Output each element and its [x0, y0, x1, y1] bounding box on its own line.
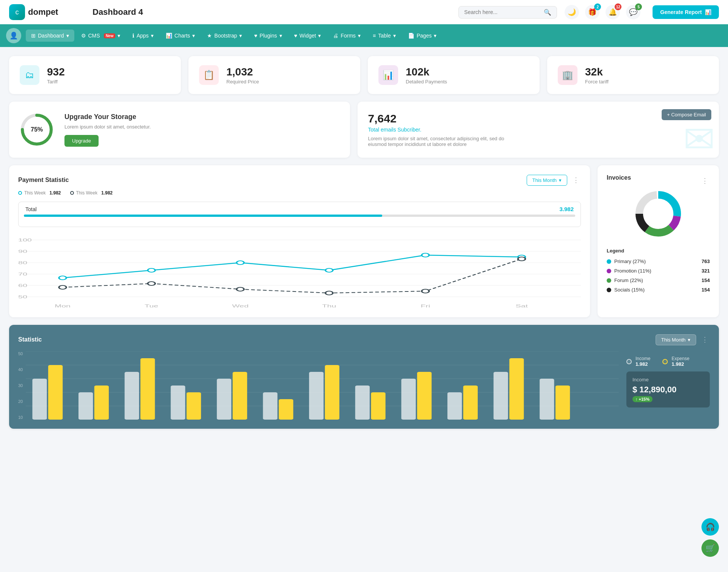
legend-item-0: This Week 1.982 [18, 190, 61, 196]
chevron-down-icon-cms: ▾ [118, 33, 120, 39]
moon-btn[interactable]: 🌙 [565, 5, 579, 19]
svg-point-31 [518, 257, 526, 261]
stat-chart-menu[interactable]: ⋮ [700, 334, 710, 345]
chart-icon: 📊 [705, 9, 711, 15]
payment-chart-card: Payment Statistic This Month ▾ ⋮ This We… [9, 165, 590, 317]
forms-icon: 🖨 [333, 33, 338, 39]
payment-chart-menu[interactable]: ⋮ [571, 174, 581, 186]
nav-item-table[interactable]: ≡ Table ▾ [367, 30, 401, 42]
svg-text:Fri: Fri [420, 304, 430, 308]
bell-badge: 12 [615, 3, 621, 10]
nav-item-bootstrap[interactable]: ★ Bootstrap ▾ [202, 30, 247, 42]
generate-report-button[interactable]: Generate Report 📊 [653, 5, 719, 19]
nav-label-cms: CMS [88, 33, 100, 39]
header: c dompet Dashboard 4 🔍 🌙 🎁 2 🔔 12 💬 5 Ge… [0, 0, 728, 24]
primary-dot [607, 259, 611, 264]
svg-point-20 [59, 276, 66, 280]
force-tariff-icon: 🏢 [558, 65, 577, 85]
storage-card: 75% Upgrade Your Storage Lorem ipsum dol… [9, 102, 350, 158]
storage-percentage: 75% [31, 126, 43, 133]
nav-item-widget[interactable]: ♥ Widget ▾ [289, 30, 326, 42]
promotion-count: 321 [701, 268, 710, 274]
nav-label-apps: Apps [136, 33, 149, 39]
inv-leg-promotion: Promotion (11%) 321 [607, 266, 710, 276]
socials-count: 154 [701, 287, 710, 293]
svg-text:Mon: Mon [55, 304, 71, 308]
detailed-payments-label: Detailed Payments [406, 79, 447, 85]
nav-item-plugins[interactable]: ♥ Plugins ▾ [249, 30, 287, 42]
svg-text:Tue: Tue [144, 304, 158, 308]
charts-row: Payment Statistic This Month ▾ ⋮ This We… [9, 165, 719, 317]
nav-item-apps[interactable]: ℹ Apps ▾ [127, 30, 159, 42]
inv-leg-left-promotion: Promotion (11%) [607, 268, 651, 274]
nav-item-dashboard[interactable]: ⊞ Dashboard ▾ [26, 30, 74, 42]
svg-point-27 [148, 282, 155, 285]
moon-icon: 🌙 [568, 8, 576, 16]
invoices-header: Invoices ⋮ [607, 174, 710, 187]
expense-legend-info: Expense 1.982 [672, 356, 689, 367]
svg-text:Thu: Thu [322, 304, 336, 308]
stat-card-force-tariff: 🏢 32k Force tariff [547, 56, 719, 94]
logo-text: dompet [28, 7, 58, 17]
plugins-icon: ♥ [254, 33, 257, 39]
nav-label-charts: Charts [174, 33, 190, 39]
svg-rect-55 [325, 365, 339, 420]
gift-btn[interactable]: 🎁 2 [585, 5, 599, 19]
svg-rect-51 [233, 372, 247, 420]
nav-item-pages[interactable]: 📄 Pages ▾ [403, 30, 442, 42]
legend-dot-dark [70, 191, 74, 195]
svg-text:Sat: Sat [516, 304, 528, 308]
svg-rect-44 [78, 392, 93, 420]
forum-dot [607, 278, 611, 283]
stat-legend-row: Income 1.982 Expense 1.982 [626, 356, 710, 367]
svg-rect-61 [463, 386, 478, 420]
invoices-menu[interactable]: ⋮ [700, 175, 710, 186]
nav-item-charts[interactable]: 📊 Charts ▾ [160, 30, 200, 42]
bell-btn[interactable]: 🔔 12 [606, 5, 620, 19]
force-tariff-value: 32k [585, 66, 609, 78]
detailed-payments-info: 102k Detailed Payments [406, 66, 447, 85]
forum-count: 154 [701, 277, 710, 283]
storage-title: Upgrade Your Storage [64, 113, 151, 121]
income-legend-value: 1.982 [635, 361, 650, 367]
storage-info: Upgrade Your Storage Lorem ipsum dolor s… [64, 113, 151, 147]
svg-text:50: 50 [18, 295, 27, 299]
svg-point-21 [148, 268, 155, 272]
nav-label-plugins: Plugins [260, 33, 277, 39]
svg-rect-45 [94, 386, 109, 420]
statistic-title: Statistic [18, 336, 656, 343]
nav-items: ⊞ Dashboard ▾ ⚙ CMS New ▾ ℹ Apps ▾ 📊 Cha… [26, 30, 442, 42]
svg-text:Wed: Wed [232, 304, 249, 308]
svg-rect-65 [555, 386, 570, 420]
nav-label-dashboard: Dashboard [38, 33, 64, 39]
svg-rect-47 [141, 358, 155, 420]
invoice-legend: Legend Primary (27%) 763 Promotion (11%)… [607, 248, 710, 295]
chat-btn[interactable]: 💬 5 [626, 5, 640, 19]
legend-title: Legend [607, 248, 710, 254]
chevron-down-icon-stat: ▾ [688, 337, 690, 343]
nav-item-cms[interactable]: ⚙ CMS New ▾ [76, 30, 126, 42]
svg-rect-50 [217, 379, 231, 420]
income-change: ↑ +15% [632, 396, 704, 402]
stat-month-button[interactable]: This Month ▾ [656, 334, 696, 345]
chevron-down-icon-table: ▾ [393, 33, 396, 39]
search-icon[interactable]: 🔍 [544, 9, 551, 16]
bar-chart-container: 5040302010 [18, 351, 619, 420]
search-input[interactable] [464, 9, 541, 15]
upgrade-button[interactable]: Upgrade [64, 135, 99, 147]
required-price-value: 1,032 [226, 66, 259, 78]
inv-leg-left-forum: Forum (22%) [607, 277, 643, 283]
nav-item-forms[interactable]: 🖨 Forms ▾ [328, 30, 366, 42]
this-month-button[interactable]: This Month ▾ [527, 175, 567, 186]
logo: c dompet [9, 4, 77, 20]
income-box: Income $ 12,890,00 ↑ +15% [626, 371, 710, 407]
svg-rect-52 [263, 392, 278, 420]
svg-rect-58 [402, 379, 416, 420]
income-legend-dot [626, 359, 632, 364]
svg-point-28 [237, 287, 244, 291]
income-legend-info: Income 1.982 [635, 356, 650, 367]
chevron-down-icon-pages: ▾ [434, 33, 436, 39]
legend-item-1: This Week 1.982 [70, 190, 113, 196]
required-price-info: 1,032 Required Price [226, 66, 259, 85]
expense-legend-item: Expense 1.982 [662, 356, 689, 367]
